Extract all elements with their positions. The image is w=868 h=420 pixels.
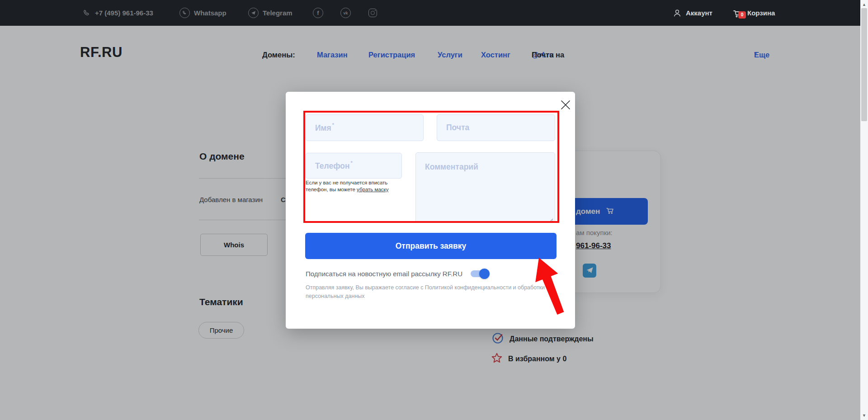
topbar-cart-label: Корзина bbox=[747, 9, 775, 17]
account-icon bbox=[673, 9, 682, 18]
phone-field: Телефон* bbox=[306, 153, 402, 179]
topbar-phone-link[interactable]: +7 (495) 961-96-33 bbox=[83, 0, 153, 26]
topbar-instagram-link[interactable] bbox=[368, 0, 377, 26]
email-field: Почта bbox=[437, 114, 555, 141]
topbar-whatsapp-label: Whatsapp bbox=[194, 9, 226, 17]
cart-icon: 0 bbox=[732, 8, 743, 19]
phone-icon bbox=[83, 9, 91, 17]
subscribe-row: Подписаться на новостную email рассылку … bbox=[306, 268, 488, 279]
scrollbar-thumb[interactable] bbox=[861, 8, 867, 121]
topbar-facebook-link[interactable]: f bbox=[313, 0, 323, 26]
topbar-account-link[interactable]: Аккаунт bbox=[673, 0, 712, 26]
whatsapp-icon bbox=[179, 8, 190, 18]
topbar-cart-link[interactable]: 0 Корзина bbox=[732, 0, 775, 26]
consent-disclaimer: Отправляя заявку, Вы выражаете согласие … bbox=[306, 283, 545, 301]
phone-mask-hint: Если у вас не получается вписать телефон… bbox=[306, 179, 410, 193]
facebook-icon: f bbox=[313, 8, 323, 18]
phone-input[interactable] bbox=[306, 153, 401, 178]
name-input[interactable] bbox=[306, 115, 423, 141]
remove-mask-link[interactable]: убрать маску bbox=[357, 187, 388, 192]
name-field: Имя* bbox=[306, 114, 424, 141]
topbar-telegram-link[interactable]: Telegram bbox=[248, 0, 292, 26]
scrollbar[interactable]: ▲ ▼ bbox=[860, 0, 868, 420]
submit-request-button[interactable]: Отправить заявку bbox=[305, 233, 557, 259]
subscribe-toggle[interactable] bbox=[471, 270, 488, 277]
vk-icon: vk bbox=[340, 8, 351, 18]
scroll-down-icon[interactable]: ▼ bbox=[860, 412, 868, 419]
topbar-whatsapp-link[interactable]: Whatsapp bbox=[179, 0, 226, 26]
topbar-account-label: Аккаунт bbox=[686, 9, 712, 17]
request-form-modal: Имя* Почта Телефон* Комментарий Если у в… bbox=[286, 92, 575, 329]
subscribe-label: Подписаться на новостную email рассылку … bbox=[306, 270, 462, 278]
close-icon[interactable] bbox=[560, 99, 571, 111]
scroll-up-icon[interactable]: ▲ bbox=[860, 1, 868, 8]
rf-ru-domain-page: +7 (495) 961-96-33 Whatsapp Telegram f v… bbox=[0, 0, 868, 420]
instagram-icon bbox=[368, 9, 377, 17]
comment-field: Комментарий bbox=[415, 152, 555, 223]
email-input[interactable] bbox=[437, 115, 555, 141]
topbar-phone-label: +7 (495) 961-96-33 bbox=[95, 9, 153, 17]
telegram-icon bbox=[248, 8, 259, 18]
toggle-knob bbox=[479, 269, 490, 279]
cart-count-badge: 0 bbox=[738, 11, 746, 19]
topbar: +7 (495) 961-96-33 Whatsapp Telegram f v… bbox=[0, 0, 868, 26]
topbar-telegram-label: Telegram bbox=[263, 9, 292, 17]
comment-textarea[interactable] bbox=[416, 153, 555, 222]
topbar-vk-link[interactable]: vk bbox=[340, 0, 351, 26]
